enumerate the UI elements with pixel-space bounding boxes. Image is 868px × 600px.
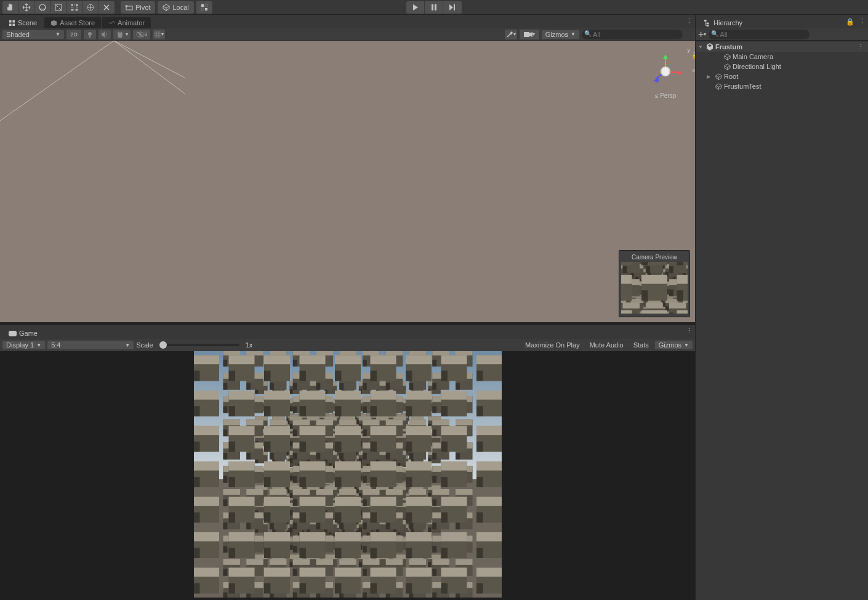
- scene-icon: [9, 20, 15, 26]
- chevron-down-icon: ▾: [161, 31, 164, 37]
- snap-button[interactable]: [196, 1, 212, 14]
- slider-thumb[interactable]: [159, 341, 167, 349]
- eye-off-icon: [136, 31, 145, 38]
- x-axis-label: x: [693, 67, 696, 73]
- gizmos-dropdown[interactable]: Gizmos▼: [542, 30, 579, 39]
- game-tabs-menu-icon[interactable]: ⋮: [686, 327, 693, 335]
- vis-count: 0: [145, 31, 147, 37]
- hierarchy-item[interactable]: FrustumTest: [696, 81, 868, 91]
- grid-toggle[interactable]: ▾: [153, 30, 165, 39]
- game-toolbar: Display 1▼ 5:4▼ Scale 1x Maximize On Pla…: [0, 339, 695, 351]
- local-button[interactable]: Local: [158, 1, 193, 14]
- svg-point-6: [76, 9, 78, 10]
- lighting-toggle[interactable]: [84, 30, 96, 39]
- chevron-down-icon: ▼: [125, 343, 130, 348]
- hierarchy-item[interactable]: ▶Root: [696, 71, 868, 81]
- hierarchy-item[interactable]: Main Camera: [696, 52, 868, 62]
- lock-icon[interactable]: 🔒: [691, 52, 695, 59]
- hierarchy-item[interactable]: Directional Light: [696, 62, 868, 71]
- fx-toggle[interactable]: ▾: [113, 30, 131, 39]
- move-tool[interactable]: [18, 1, 34, 14]
- transform-tool[interactable]: [82, 1, 98, 14]
- scale-icon: [54, 3, 63, 12]
- scale-tool[interactable]: [50, 1, 66, 14]
- play-button[interactable]: [406, 1, 425, 14]
- move-icon: [22, 3, 31, 12]
- viewport-tabs: Scene Asset Store Animator ⋮: [0, 15, 695, 28]
- shading-dropdown[interactable]: Shaded▼: [2, 30, 64, 39]
- tab-animator[interactable]: Animator: [102, 17, 151, 28]
- svg-rect-2: [72, 5, 77, 10]
- rotate-tool[interactable]: [34, 1, 50, 14]
- svg-rect-17: [9, 20, 12, 22]
- expand-toggle[interactable]: ▼: [698, 44, 705, 50]
- visibility-toggle[interactable]: 0: [133, 30, 150, 39]
- pause-button[interactable]: [425, 1, 443, 14]
- tab-hierarchy[interactable]: Hierarchy: [698, 17, 867, 28]
- svg-marker-28: [663, 54, 668, 59]
- light-icon: [86, 31, 94, 38]
- hierarchy-panel: Hierarchy 🔒 ⋮ +▾ 🔍 ▼ Frustum ⋮ Main Came…: [696, 15, 868, 600]
- scale-value: 1x: [246, 341, 253, 349]
- orientation-gizmo[interactable]: y x 🔒 ≤ Persp: [641, 47, 690, 108]
- audio-toggle[interactable]: [98, 30, 111, 39]
- snap-icon: [200, 3, 209, 12]
- item-label: FrustumTest: [723, 83, 762, 90]
- mode-2d-label: 2D: [70, 31, 78, 38]
- rect-tool[interactable]: [66, 1, 82, 14]
- item-label: Main Camera: [731, 53, 773, 60]
- hierarchy-tab-label: Hierarchy: [713, 19, 742, 26]
- pause-icon: [431, 4, 437, 10]
- hierarchy-menu-icon[interactable]: ⋮: [859, 17, 866, 25]
- fx-icon: [116, 31, 125, 38]
- camera-dropdown[interactable]: ▾: [520, 30, 539, 39]
- svg-rect-22: [89, 36, 90, 38]
- aspect-dropdown[interactable]: 5:4▼: [47, 341, 134, 349]
- scene-menu-icon[interactable]: ⋮: [858, 43, 864, 51]
- svg-rect-18: [12, 20, 15, 22]
- scene-search-input[interactable]: [582, 30, 683, 39]
- hand-tool[interactable]: [2, 1, 18, 14]
- plus-icon: +: [698, 31, 704, 38]
- chevron-down-icon: ▼: [55, 31, 60, 37]
- grid-icon: [154, 31, 161, 38]
- hierarchy-tabs: Hierarchy 🔒 ⋮: [696, 15, 868, 28]
- gameobject-icon: [723, 63, 731, 70]
- maximize-toggle[interactable]: Maximize On Play: [521, 340, 584, 350]
- custom-tool[interactable]: [98, 1, 115, 14]
- wrench-icon: [506, 31, 513, 38]
- camera-preview-label: Camera Preview: [621, 253, 688, 262]
- lock-panel-icon[interactable]: 🔒: [846, 18, 854, 26]
- scene-root-row[interactable]: ▼ Frustum ⋮: [696, 42, 868, 52]
- step-button[interactable]: [443, 1, 462, 14]
- svg-rect-20: [12, 23, 15, 26]
- projection-label[interactable]: ≤ Persp: [655, 92, 676, 99]
- scale-slider[interactable]: [159, 344, 239, 346]
- tab-game[interactable]: Game: [2, 328, 44, 339]
- game-view[interactable]: [0, 351, 695, 600]
- gizmo-icon: [647, 53, 684, 90]
- svg-rect-34: [9, 331, 17, 336]
- animator-tab-label: Animator: [118, 19, 145, 26]
- svg-point-3: [71, 4, 73, 6]
- main-toolbar: Pivot Local: [0, 0, 868, 15]
- tab-assetstore[interactable]: Asset Store: [44, 17, 101, 28]
- mode-2d-toggle[interactable]: 2D: [66, 30, 81, 39]
- pivot-button[interactable]: Pivot: [121, 1, 155, 14]
- hierarchy-search-input[interactable]: [709, 30, 810, 39]
- create-button[interactable]: +▾: [698, 31, 706, 38]
- mute-toggle[interactable]: Mute Audio: [586, 340, 627, 350]
- expand-toggle[interactable]: ▶: [707, 74, 714, 79]
- scene-canvas: [0, 41, 185, 133]
- scene-view[interactable]: y x 🔒 ≤ Persp Camera Preview: [0, 41, 695, 322]
- tools-dropdown[interactable]: ▾: [505, 30, 517, 39]
- tabs-menu-icon[interactable]: ⋮: [686, 17, 693, 25]
- display-dropdown[interactable]: Display 1▼: [2, 341, 45, 349]
- stats-toggle[interactable]: Stats: [630, 340, 653, 350]
- game-gizmos-dropdown[interactable]: Gizmos▼: [655, 341, 693, 349]
- tab-scene[interactable]: Scene: [2, 17, 43, 28]
- svg-rect-36: [707, 22, 709, 24]
- svg-point-5: [71, 9, 73, 10]
- game-tabs: Game ⋮: [0, 325, 695, 339]
- hierarchy-icon: [704, 20, 711, 26]
